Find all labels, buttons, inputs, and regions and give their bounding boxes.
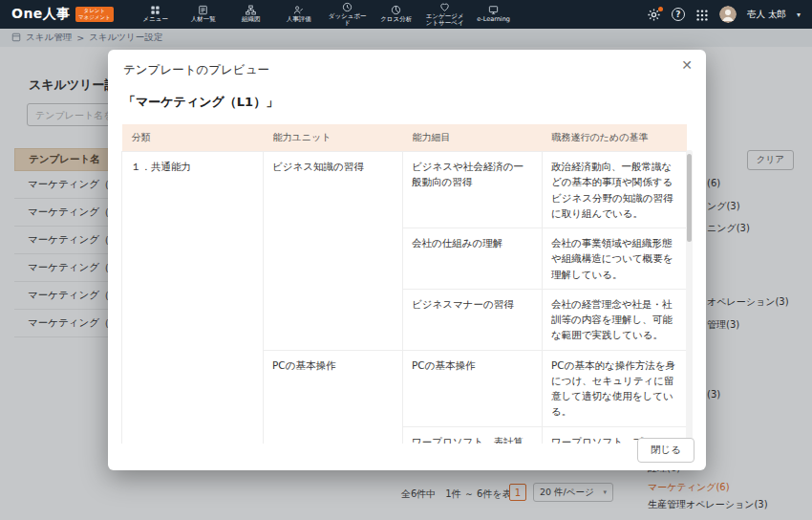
nav-item-hr-evaluation[interactable]: 人事評価 [278, 0, 320, 29]
nav-item-dashboard[interactable]: ダッシュボード [326, 0, 370, 29]
unit-cell: PCの基本操作 [264, 350, 403, 444]
column-header: 能力ユニット [264, 124, 403, 152]
cross-analysis-icon [391, 5, 401, 15]
detail-cell: 会社の仕組みの理解 [403, 228, 543, 290]
menu-grid-icon [150, 5, 160, 15]
top-bar: One人事 タレントマネジメント メニュー 人材一覧 組織図 人事評価 ダッシュ… [0, 0, 812, 29]
criteria-cell: PCの基本的な操作方法を身につけ、セキュリティに留意して適切な使用をしている。 [543, 350, 687, 426]
table-scrollbar [686, 150, 693, 444]
engagement-survey-icon [439, 2, 450, 12]
preview-table: 分類 能力ユニット 能力細目 職務遂行のための基準 １．共通能力 ビジネス知識の… [121, 124, 687, 444]
brand-logo-text: One人事 [11, 6, 71, 23]
close-icon[interactable]: ✕ [681, 58, 693, 72]
template-preview-modal: テンプレートのプレビュー ✕ 「マーケティング（L1）」 分類 能力ユニット 能… [108, 50, 706, 470]
avatar[interactable] [719, 6, 737, 23]
help-icon[interactable]: ? [672, 8, 685, 21]
table-scrollbar-thumb[interactable] [687, 154, 692, 242]
detail-cell: ビジネスマナーの習得 [403, 289, 543, 350]
detail-cell: ビジネスや社会経済の一般動向の習得 [403, 152, 543, 228]
top-bar-right: ? 壱人 太郎 ▾ [647, 6, 812, 23]
dashboard-icon [342, 2, 353, 12]
column-header: 分類 [122, 124, 264, 152]
user-name: 壱人 太郎 [747, 9, 786, 21]
modal-close-button[interactable]: 閉じる [637, 438, 694, 463]
brand-badge: タレントマネジメント [75, 7, 114, 22]
nav-item-elearning[interactable]: e-Learning [473, 0, 515, 29]
org-chart-icon [246, 5, 256, 15]
nav-item-talent-list[interactable]: 人材一覧 [182, 0, 224, 29]
brand-logo[interactable]: One人事 タレントマネジメント [0, 6, 121, 23]
user-menu-chevron-icon[interactable]: ▾ [797, 11, 801, 19]
criteria-cell: 政治経済動向、一般常識などの基本的事項や関係するビジネス分野の知識の習得に取り組… [543, 152, 687, 228]
column-header: 能力細目 [403, 124, 543, 152]
detail-cell: PCの基本操作 [403, 350, 543, 426]
hr-evaluation-icon [293, 5, 304, 15]
talent-list-icon [198, 5, 208, 15]
nav-item-org-chart[interactable]: 組織図 [230, 0, 272, 29]
modal-title: テンプレートのプレビュー [123, 62, 269, 78]
nav-item-cross-analysis[interactable]: クロス分析 [375, 0, 417, 29]
detail-cell: ワープロソフト、表計算ソフト等の活用 [403, 426, 543, 444]
category-cell: １．共通能力 [122, 152, 264, 444]
criteria-cell: 会社の経営理念や社是・社訓等の内容を理解し、可能な範囲で実践している。 [543, 289, 687, 350]
top-nav: メニュー 人材一覧 組織図 人事評価 ダッシュボード クロス分析 エンゲージメン… [135, 0, 515, 29]
table-row: １．共通能力 ビジネス知識の習得 ビジネスや社会経済の一般動向の習得 政治経済動… [122, 152, 687, 228]
unit-cell: ビジネス知識の習得 [264, 152, 403, 351]
nav-item-engagement-survey[interactable]: エンゲージメントサーベイ [423, 0, 467, 29]
column-header: 職務遂行のための基準 [543, 124, 687, 152]
apps-grid-icon[interactable] [695, 8, 709, 21]
notification-dot [658, 7, 663, 11]
settings-gear-icon[interactable] [647, 8, 661, 22]
preview-table-container: 分類 能力ユニット 能力細目 職務遂行のための基準 １．共通能力 ビジネス知識の… [121, 124, 693, 444]
nav-item-menu[interactable]: メニュー [135, 0, 177, 29]
elearning-icon [488, 5, 499, 15]
modal-subtitle: 「マーケティング（L1）」 [123, 94, 278, 111]
criteria-cell: 会社の事業領域や組織形態や組織構造について概要を理解している。 [543, 228, 687, 290]
